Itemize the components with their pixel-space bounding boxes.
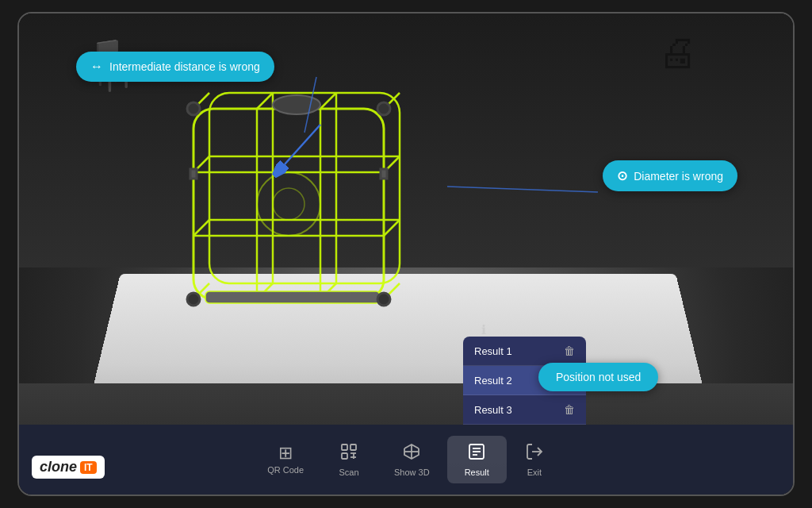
main-screen: 🪑 🖨 (17, 12, 795, 496)
svg-rect-36 (342, 444, 347, 450)
3d-cage-object (162, 61, 431, 347)
svg-point-27 (377, 102, 390, 115)
distance-icon: ↔ (90, 60, 103, 74)
svg-point-29 (377, 293, 390, 306)
delete-result-1-icon[interactable]: 🗑 (564, 344, 575, 357)
toolbar-exit-item[interactable]: Exit (507, 436, 562, 483)
svg-point-28 (187, 293, 200, 306)
svg-rect-38 (342, 453, 347, 459)
info-icon[interactable]: ℹ (481, 322, 486, 337)
svg-line-32 (285, 125, 320, 164)
app-logo: clone IT (32, 456, 105, 479)
svg-point-24 (273, 95, 320, 114)
delete-result-3-icon[interactable]: 🗑 (564, 403, 575, 416)
show3d-icon (402, 442, 421, 464)
svg-line-14 (257, 93, 273, 109)
diameter-tooltip[interactable]: ⊙ Diameter is wrong (603, 160, 737, 191)
toolbar-scan-item[interactable]: Scan (321, 436, 377, 483)
svg-rect-1 (209, 93, 400, 283)
svg-rect-0 (193, 109, 384, 299)
result-item-1[interactable]: Result 1 🗑 (463, 337, 586, 366)
qrcode-label: QR Code (267, 465, 304, 475)
scan-label: Scan (339, 468, 358, 477)
svg-point-23 (273, 188, 304, 220)
ar-scene: 🪑 🖨 (19, 13, 793, 495)
result-icon (467, 442, 486, 464)
svg-rect-31 (381, 169, 387, 179)
svg-line-15 (320, 93, 336, 109)
result-2-label: Result 2 (474, 375, 512, 387)
svg-point-22 (257, 172, 320, 236)
logo-it-badge: IT (80, 461, 97, 474)
svg-line-21 (384, 220, 400, 236)
result-1-label: Result 1 (474, 345, 512, 357)
diameter-tooltip-text: Diameter is wrong (634, 170, 723, 183)
svg-rect-25 (205, 291, 380, 303)
toolbar-show3d-item[interactable]: Show 3D (377, 436, 447, 483)
exit-label: Exit (527, 468, 542, 477)
svg-line-20 (193, 220, 209, 236)
result-label: Result (465, 468, 489, 477)
logo-clone-text: clone (40, 459, 77, 475)
result-3-label: Result 3 (474, 404, 512, 416)
qrcode-icon: ⊞ (278, 444, 293, 462)
exit-icon (525, 442, 544, 464)
intermediate-distance-tooltip[interactable]: ↔ Intermediate distance is wrong (76, 52, 274, 82)
svg-point-26 (187, 102, 200, 115)
toolbar-items: ⊞ QR Code Scan (250, 436, 562, 483)
toolbar-qrcode-item[interactable]: ⊞ QR Code (250, 438, 321, 481)
scan-icon (339, 442, 358, 464)
position-not-used-tooltip[interactable]: Position not used (538, 363, 658, 391)
svg-rect-37 (350, 444, 356, 450)
show3d-label: Show 3D (394, 468, 430, 477)
intermediate-tooltip-text: Intermediate distance is wrong (109, 60, 260, 73)
toolbar: clone IT ⊞ QR Code (19, 425, 793, 495)
svg-rect-30 (190, 169, 197, 179)
toolbar-result-item[interactable]: Result (447, 436, 507, 483)
diameter-icon: ⊙ (617, 168, 627, 183)
printer-bg-decoration: 🖨 (658, 29, 698, 75)
result-item-3[interactable]: Result 3 🗑 (463, 395, 586, 425)
position-tooltip-text: Position not used (556, 371, 641, 383)
